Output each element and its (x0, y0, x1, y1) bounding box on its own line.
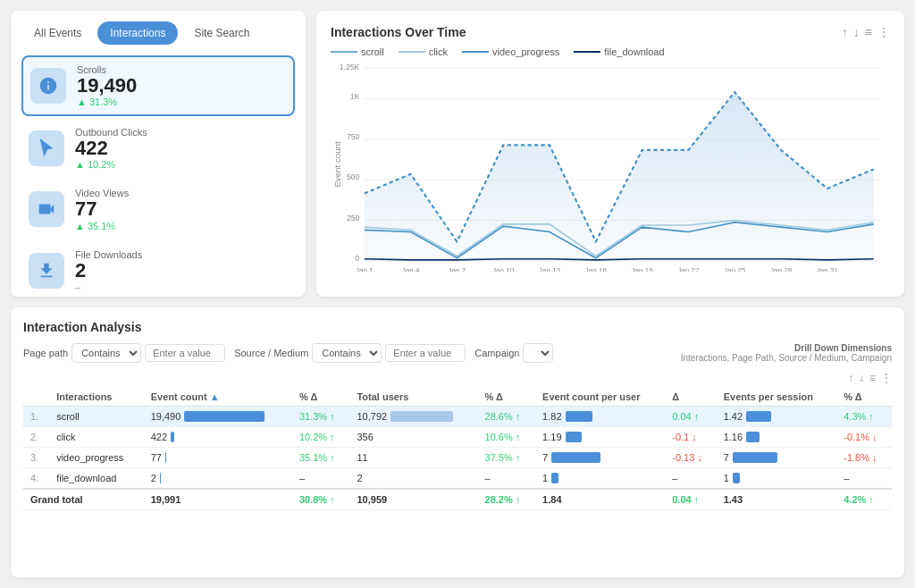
col-event-count[interactable]: Event count ▲ (144, 388, 292, 407)
row-pct-delta: 10.2% ↑ (292, 427, 350, 448)
svg-text:1.25K: 1.25K (340, 63, 360, 71)
scrolls-value: 19,490 (77, 75, 137, 97)
interactions-chart: Event count 0 250 500 750 1K 1.25K (331, 57, 890, 272)
filter-source-label: Source / Medium (234, 348, 308, 358)
chart-down-icon[interactable]: ↓ (853, 25, 860, 39)
row-eps: 1.42 (717, 407, 837, 427)
outbound-info: Outbound Clicks 422 ▲ 10.2% (75, 127, 147, 170)
row-users-pct: – (478, 468, 536, 490)
tab-site-search[interactable]: Site Search (181, 21, 262, 45)
filter-campaign-condition[interactable] (523, 343, 553, 363)
row-event-count: 19,490 (144, 407, 292, 427)
legend-click-label: click (429, 46, 448, 57)
row-event-count: 77 (144, 448, 292, 468)
video-value: 77 (75, 198, 129, 220)
svg-text:Event count: Event count (332, 141, 342, 188)
metric-video[interactable]: Video Views 77 ▲ 35.1% (21, 181, 295, 238)
tab-all-events[interactable]: All Events (21, 21, 94, 45)
drill-sub: Interactions, Page Path, Source / Medium… (562, 353, 892, 363)
metric-outbound[interactable]: Outbound Clicks 422 ▲ 10.2% (21, 120, 295, 177)
table-up-icon[interactable]: ↑ (848, 372, 853, 384)
svg-text:500: 500 (347, 172, 360, 181)
grand-total-row: Grand total 19,991 30.8% ↑ 10,959 28.2% … (23, 489, 892, 510)
row-total-users: 356 (349, 427, 477, 448)
row-cpu: 1.19 (535, 427, 665, 448)
drill-title: Drill Down Dimensions (562, 343, 892, 353)
svg-text:Jan 19: Jan 19 (631, 266, 653, 272)
grand-total-event-count: 19,991 (144, 489, 292, 510)
legend-click: click (399, 46, 448, 57)
grand-total-label: Grand total (23, 489, 144, 510)
row-eps-pct: 4.3% ↑ (836, 407, 892, 427)
row-delta: – (665, 468, 716, 490)
filter-source-condition[interactable]: Contains (312, 343, 382, 363)
downloads-change: – (75, 281, 142, 292)
outbound-value: 422 (75, 138, 147, 159)
col-num (23, 388, 49, 407)
legend-scroll-label: scroll (361, 46, 384, 57)
filter-campaign: Campaign (474, 343, 553, 363)
video-icon (37, 199, 56, 219)
row-users-pct: 37.5% ↑ (478, 448, 536, 468)
row-num: 1. (23, 407, 49, 427)
chart-filter-icon[interactable]: ≡ (865, 25, 872, 39)
chart-more-icon[interactable]: ⋮ (877, 25, 890, 39)
filter-page-value[interactable] (145, 344, 225, 362)
table-row: 1. scroll 19,490 31.3% ↑ 10,792 28.6% ↑ … (23, 407, 892, 427)
chart-up-icon[interactable]: ↑ (842, 25, 848, 39)
table-down-icon[interactable]: ↓ (859, 372, 864, 384)
svg-text:1K: 1K (350, 92, 360, 101)
row-eps-pct: – (836, 468, 892, 490)
filter-page-condition[interactable]: Contains (71, 343, 141, 363)
row-delta: -0.13 ↓ (665, 448, 716, 468)
col-eps: Events per session (717, 388, 837, 407)
col-delta: Δ (665, 388, 716, 407)
row-delta: -0.1 ↓ (665, 427, 716, 448)
row-pct-delta: – (292, 468, 350, 490)
download-icon-box (29, 253, 64, 289)
col-users-pct: % Δ (478, 388, 536, 407)
svg-text:0: 0 (356, 254, 360, 263)
grand-total-users-pct: 28.2% ↑ (478, 489, 536, 510)
chart-actions: ↑ ↓ ≡ ⋮ (842, 25, 890, 39)
metric-scrolls[interactable]: Scrolls 19,490 ▲ 31.3% (21, 55, 295, 116)
svg-text:Jan 1: Jan 1 (356, 266, 374, 272)
row-eps: 1 (717, 468, 837, 490)
tab-interactions[interactable]: Interactions (97, 21, 178, 45)
table-filter-icon[interactable]: ≡ (869, 372, 876, 384)
svg-marker-13 (365, 92, 874, 261)
svg-text:750: 750 (347, 132, 360, 141)
row-pct-delta: 35.1% ↑ (292, 448, 350, 468)
col-count-per-user: Event count per user (535, 388, 665, 407)
row-eps-pct: -0.1% ↓ (836, 427, 892, 448)
svg-text:Jan 4: Jan 4 (402, 266, 420, 272)
chart-legend: scroll click video_progress file_downloa… (331, 46, 890, 57)
svg-text:Jan 7: Jan 7 (449, 266, 466, 272)
chart-header: Interactions Over Time ↑ ↓ ≡ ⋮ (331, 25, 890, 39)
col-interactions: Interactions (49, 388, 144, 407)
drill-down-info: Drill Down Dimensions Interactions, Page… (562, 343, 892, 363)
col-total-users: Total users (349, 388, 477, 407)
grand-total-users: 10,959 (349, 489, 477, 510)
chart-panel: Interactions Over Time ↑ ↓ ≡ ⋮ scroll cl… (316, 11, 904, 297)
row-event-count: 422 (144, 427, 292, 448)
grand-total-eps-pct: 4.2% ↑ (836, 489, 892, 510)
row-event-count: 2 (144, 468, 292, 490)
row-eps: 1.16 (717, 427, 837, 448)
metric-downloads[interactable]: File Downloads 2 – (21, 242, 295, 299)
video-info: Video Views 77 ▲ 35.1% (75, 188, 129, 231)
scrolls-icon-box (30, 68, 66, 104)
cursor-icon (37, 139, 56, 158)
svg-text:Jan 16: Jan 16 (585, 266, 608, 272)
analysis-panel: Interaction Analysis Page path Contains … (11, 307, 904, 577)
row-num: 4. (23, 468, 49, 490)
data-table-container: Interactions Event count ▲ % Δ Total use… (23, 388, 892, 510)
filter-source-value[interactable] (385, 344, 466, 362)
video-icon-box (29, 191, 64, 227)
row-cpu: 7 (535, 448, 665, 468)
row-eps: 7 (717, 448, 837, 468)
chart-title: Interactions Over Time (331, 25, 466, 39)
table-more-icon[interactable]: ⋮ (881, 372, 892, 384)
filters-row: Page path Contains Source / Medium Conta… (23, 343, 892, 363)
downloads-info: File Downloads 2 – (75, 249, 142, 292)
